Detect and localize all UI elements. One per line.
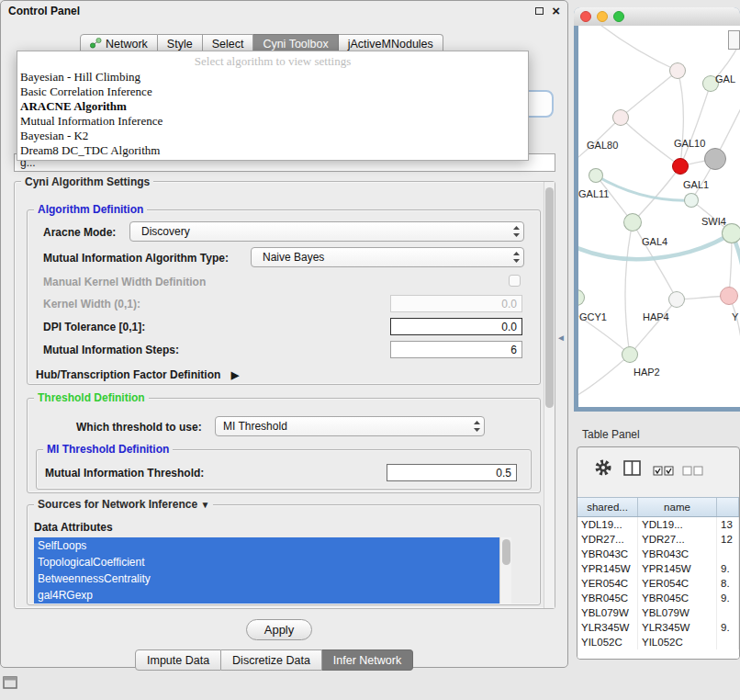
scrollbar-thumb[interactable] bbox=[502, 539, 510, 565]
select-all-unchecked-icon[interactable] bbox=[682, 464, 704, 480]
list-item[interactable]: BetweennessCentrality bbox=[34, 570, 499, 587]
table-row[interactable]: YIL052CYIL052C bbox=[577, 635, 739, 649]
combo-arrows-icon bbox=[510, 251, 523, 264]
node-label: GCY1 bbox=[579, 311, 607, 322]
aracne-mode-select[interactable]: Discovery bbox=[129, 221, 524, 242]
hub-section-header[interactable]: Hub/Transcription Factor Definition ▶ bbox=[36, 368, 239, 381]
close-traffic-light[interactable] bbox=[580, 11, 591, 22]
selected-value: Discovery bbox=[130, 225, 510, 238]
table-row[interactable]: YBR043CYBR043C bbox=[577, 547, 739, 561]
table-body: YDL19...YDL19...13YDR27...YDR27...12YBR0… bbox=[577, 517, 739, 659]
table-row[interactable]: YBR045CYBR045C9. bbox=[577, 591, 739, 605]
table-row[interactable]: YDL19...YDL19...13 bbox=[577, 517, 739, 532]
collapsed-panel-icon[interactable] bbox=[3, 676, 17, 693]
table-cell: YBR045C bbox=[577, 591, 638, 605]
table-cell: 8. bbox=[717, 576, 739, 591]
which-threshold-select[interactable]: MI Threshold bbox=[215, 416, 485, 436]
minimize-traffic-light[interactable] bbox=[597, 11, 608, 22]
table-cell: YLR345W bbox=[638, 620, 717, 635]
sources-section-header[interactable]: Sources for Network Inference ▼ bbox=[34, 498, 213, 511]
table-cell: YPR145W bbox=[577, 561, 638, 576]
data-attributes-label: Data Attributes bbox=[34, 521, 113, 534]
scrollbar-thumb[interactable] bbox=[545, 187, 554, 408]
network-node[interactable] bbox=[704, 148, 726, 170]
list-item[interactable]: TopologicalCoefficient bbox=[34, 554, 499, 570]
network-node[interactable] bbox=[672, 158, 689, 175]
which-threshold-label: Which threshold to use: bbox=[76, 421, 202, 434]
tab-discretize-data[interactable]: Discretize Data bbox=[221, 649, 322, 671]
table-cell bbox=[717, 605, 739, 620]
table-row[interactable]: YER054CYER054C8. bbox=[577, 576, 739, 591]
data-attributes-listbox: SelfLoopsTopologicalCoefficientBetweenne… bbox=[34, 537, 511, 604]
algorithm-option[interactable]: Dream8 DC_TDC Algorithm bbox=[17, 143, 528, 158]
network-node[interactable] bbox=[668, 291, 685, 308]
network-node[interactable] bbox=[669, 62, 686, 79]
mi-type-label: Mutual Information Algorithm Type: bbox=[43, 252, 229, 265]
algorithm-option[interactable]: Bayesian - Hill Climbing bbox=[17, 70, 528, 85]
kernel-width-field[interactable] bbox=[390, 295, 522, 312]
node-label: GAL bbox=[715, 73, 735, 85]
network-window-titlebar bbox=[574, 7, 740, 26]
tab-label: jActiveMNodules bbox=[348, 38, 433, 51]
list-item[interactable]: gal4RGexp bbox=[34, 587, 499, 604]
tab-label: Style bbox=[167, 38, 193, 51]
expanded-arrow-icon[interactable]: ▼ bbox=[200, 500, 209, 510]
table-row[interactable]: YLR345WYLR345W9. bbox=[577, 620, 739, 635]
mi-threshold-field[interactable] bbox=[387, 464, 517, 481]
network-view-window: GALGAL80GAL10GAL11GAL1SWI4GAL4GCY1HAP4HA… bbox=[574, 7, 740, 412]
kernel-width-label: Kernel Width (0,1): bbox=[43, 298, 140, 310]
network-node[interactable] bbox=[623, 213, 642, 231]
mi-steps-field[interactable] bbox=[390, 341, 522, 358]
algorithm-option[interactable]: Bayesian - K2 bbox=[17, 129, 528, 143]
settings-scrollbar[interactable] bbox=[544, 182, 555, 608]
tab-impute-data[interactable]: Impute Data bbox=[135, 649, 221, 671]
network-node[interactable] bbox=[612, 109, 629, 126]
table-cell: YBL079W bbox=[577, 605, 638, 620]
table-cell bbox=[717, 547, 739, 561]
zoom-traffic-light[interactable] bbox=[613, 11, 624, 22]
table-cell: 9. bbox=[717, 620, 739, 635]
apply-button[interactable]: Apply bbox=[246, 619, 312, 640]
network-canvas[interactable]: GALGAL80GAL10GAL11GAL1SWI4GAL4GCY1HAP4HA… bbox=[578, 26, 740, 407]
dpi-tolerance-field[interactable] bbox=[390, 318, 522, 335]
tab-label: Discretize Data bbox=[232, 654, 310, 667]
gear-icon[interactable] bbox=[594, 458, 612, 480]
panel-divider-arrow-icon[interactable]: ◄ bbox=[556, 333, 566, 343]
column-header[interactable]: name bbox=[638, 498, 717, 516]
combo-arrows-icon bbox=[510, 225, 523, 238]
table-row[interactable]: YDR27...YDR27...12 bbox=[577, 532, 739, 547]
node-label: GAL80 bbox=[587, 140, 618, 151]
combo-arrows-icon bbox=[470, 420, 484, 433]
algorithm-option[interactable]: Mutual Information Inference bbox=[17, 114, 528, 129]
window-title: Control Panel bbox=[8, 5, 80, 17]
table-cell: YER054C bbox=[577, 576, 638, 591]
table-row[interactable]: YPR145WYPR145W9. bbox=[577, 561, 739, 576]
float-window-icon[interactable] bbox=[535, 7, 544, 15]
table-cell bbox=[717, 635, 739, 649]
network-node[interactable] bbox=[589, 168, 603, 183]
column-selector-icon[interactable] bbox=[623, 460, 641, 480]
network-node[interactable] bbox=[720, 287, 738, 305]
algorithm-option[interactable]: ARACNE Algorithm bbox=[17, 99, 528, 114]
manual-kernel-checkbox[interactable] bbox=[509, 275, 521, 287]
mi-type-select[interactable]: Naive Bayes bbox=[251, 247, 524, 267]
table-cell: YDR27... bbox=[577, 532, 638, 547]
list-scrollbar[interactable] bbox=[499, 537, 511, 604]
column-header[interactable] bbox=[717, 498, 739, 516]
algorithm-option[interactable]: Basic Correlation Inference bbox=[17, 85, 528, 99]
network-node[interactable] bbox=[622, 346, 638, 363]
list-item[interactable]: SelfLoops bbox=[34, 537, 499, 554]
node-label: Y bbox=[732, 311, 738, 322]
close-icon[interactable]: × bbox=[552, 6, 560, 17]
sources-title: Sources for Network Inference bbox=[38, 498, 197, 511]
table-cell: 12 bbox=[717, 532, 739, 547]
collapsed-arrow-icon[interactable]: ▶ bbox=[231, 369, 239, 380]
popup-placeholder: Select algorithm to view settings bbox=[17, 51, 528, 70]
select-all-checked-icon[interactable] bbox=[653, 464, 675, 480]
table-panel-title: Table Panel bbox=[582, 428, 640, 441]
table-row[interactable]: YBL079WYBL079W bbox=[577, 605, 739, 620]
canvas-scrollbar-fragment[interactable] bbox=[728, 30, 740, 50]
tab-infer-network[interactable]: Infer Network bbox=[322, 649, 413, 671]
column-header[interactable]: shared... bbox=[577, 498, 638, 516]
network-node[interactable] bbox=[684, 193, 699, 208]
